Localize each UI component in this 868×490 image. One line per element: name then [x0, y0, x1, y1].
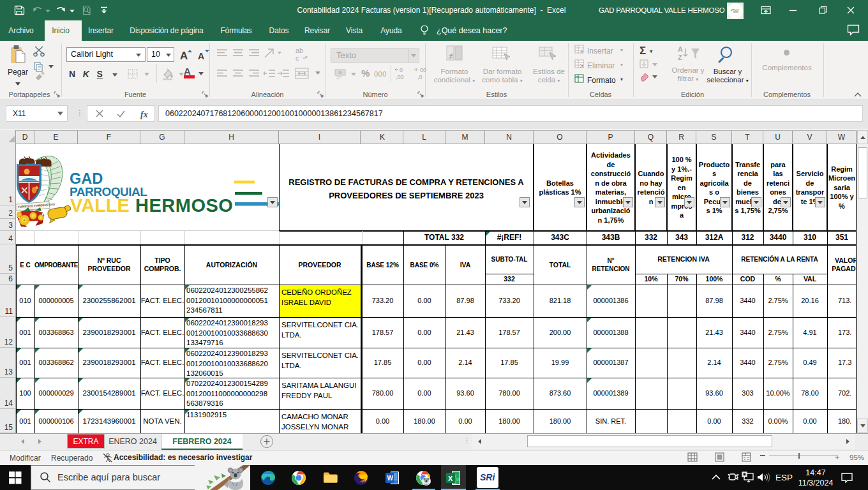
svg-text:W: W	[387, 475, 394, 482]
svg-text:0: 0	[400, 67, 403, 73]
svg-text:Z: Z	[678, 54, 682, 61]
svg-text:,00: ,00	[396, 74, 404, 80]
svg-text:c: c	[296, 54, 299, 62]
svg-text:,0: ,0	[417, 74, 423, 80]
svg-text:HERMOSO: HERMOSO	[135, 195, 233, 216]
svg-text:≠: ≠	[449, 51, 453, 61]
svg-text:fx: fx	[140, 110, 148, 119]
svg-text:VALLE: VALLE	[70, 195, 130, 216]
svg-text:A: A	[678, 45, 683, 53]
svg-text:A: A	[180, 50, 188, 62]
svg-text:A: A	[198, 51, 204, 61]
svg-text:00: 00	[420, 67, 426, 73]
svg-text:ab: ab	[296, 47, 303, 54]
svg-text:X: X	[448, 475, 453, 482]
